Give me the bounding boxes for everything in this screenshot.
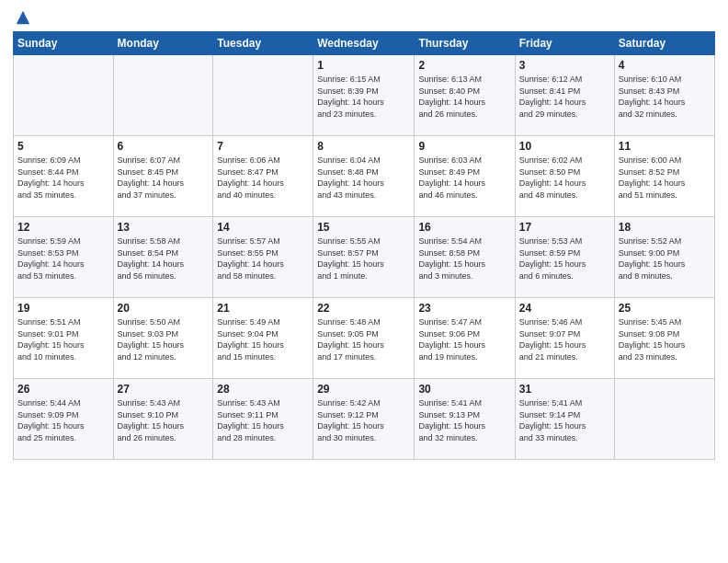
calendar-day-cell: 14Sunrise: 5:57 AM Sunset: 8:55 PM Dayli… bbox=[213, 217, 313, 298]
logo-icon bbox=[15, 9, 31, 26]
calendar-day-cell bbox=[14, 55, 114, 136]
svg-marker-0 bbox=[17, 11, 29, 24]
day-number: 5 bbox=[17, 140, 109, 153]
day-number: 9 bbox=[418, 140, 510, 153]
day-number: 18 bbox=[619, 221, 711, 234]
header-day: Tuesday bbox=[213, 32, 313, 55]
calendar-day-cell: 23Sunrise: 5:47 AM Sunset: 9:06 PM Dayli… bbox=[415, 298, 515, 379]
day-info: Sunrise: 5:57 AM Sunset: 8:55 PM Dayligh… bbox=[217, 236, 309, 282]
header-day: Saturday bbox=[614, 32, 714, 55]
header-row: SundayMondayTuesdayWednesdayThursdayFrid… bbox=[14, 32, 715, 55]
calendar-week-row: 5Sunrise: 6:09 AM Sunset: 8:44 PM Daylig… bbox=[14, 136, 715, 217]
calendar-day-cell: 1Sunrise: 6:15 AM Sunset: 8:39 PM Daylig… bbox=[313, 55, 415, 136]
day-info: Sunrise: 5:55 AM Sunset: 8:57 PM Dayligh… bbox=[317, 236, 410, 282]
day-info: Sunrise: 5:41 AM Sunset: 9:14 PM Dayligh… bbox=[519, 397, 610, 443]
day-info: Sunrise: 6:02 AM Sunset: 8:50 PM Dayligh… bbox=[519, 155, 610, 201]
calendar-day-cell: 19Sunrise: 5:51 AM Sunset: 9:01 PM Dayli… bbox=[14, 298, 114, 379]
day-info: Sunrise: 5:41 AM Sunset: 9:13 PM Dayligh… bbox=[418, 397, 510, 443]
day-info: Sunrise: 5:42 AM Sunset: 9:12 PM Dayligh… bbox=[317, 397, 410, 443]
day-number: 28 bbox=[217, 383, 309, 396]
day-number: 2 bbox=[418, 59, 510, 72]
day-info: Sunrise: 5:49 AM Sunset: 9:04 PM Dayligh… bbox=[217, 316, 309, 362]
day-number: 8 bbox=[317, 140, 410, 153]
day-info: Sunrise: 6:03 AM Sunset: 8:49 PM Dayligh… bbox=[418, 155, 510, 201]
day-info: Sunrise: 5:58 AM Sunset: 8:54 PM Dayligh… bbox=[118, 236, 210, 282]
calendar-day-cell: 9Sunrise: 6:03 AM Sunset: 8:49 PM Daylig… bbox=[415, 136, 515, 217]
day-number: 10 bbox=[519, 140, 610, 153]
calendar-day-cell: 13Sunrise: 5:58 AM Sunset: 8:54 PM Dayli… bbox=[113, 217, 213, 298]
day-info: Sunrise: 6:00 AM Sunset: 8:52 PM Dayligh… bbox=[619, 155, 711, 201]
header-day: Thursday bbox=[415, 32, 515, 55]
calendar: SundayMondayTuesdayWednesdayThursdayFrid… bbox=[13, 31, 715, 460]
calendar-day-cell: 26Sunrise: 5:44 AM Sunset: 9:09 PM Dayli… bbox=[14, 379, 114, 460]
day-number: 27 bbox=[118, 383, 210, 396]
day-number: 29 bbox=[317, 383, 410, 396]
day-info: Sunrise: 6:04 AM Sunset: 8:48 PM Dayligh… bbox=[317, 155, 410, 201]
calendar-day-cell: 28Sunrise: 5:43 AM Sunset: 9:11 PM Dayli… bbox=[213, 379, 313, 460]
day-number: 21 bbox=[217, 302, 309, 315]
calendar-day-cell bbox=[614, 379, 714, 460]
calendar-day-cell: 7Sunrise: 6:06 AM Sunset: 8:47 PM Daylig… bbox=[213, 136, 313, 217]
day-info: Sunrise: 5:44 AM Sunset: 9:09 PM Dayligh… bbox=[17, 397, 109, 443]
calendar-day-cell: 21Sunrise: 5:49 AM Sunset: 9:04 PM Dayli… bbox=[213, 298, 313, 379]
day-number: 20 bbox=[118, 302, 210, 315]
calendar-day-cell: 4Sunrise: 6:10 AM Sunset: 8:43 PM Daylig… bbox=[614, 55, 714, 136]
calendar-day-cell: 25Sunrise: 5:45 AM Sunset: 9:08 PM Dayli… bbox=[614, 298, 714, 379]
day-number: 13 bbox=[118, 221, 210, 234]
day-info: Sunrise: 5:45 AM Sunset: 9:08 PM Dayligh… bbox=[619, 316, 711, 362]
day-number: 30 bbox=[418, 383, 510, 396]
day-info: Sunrise: 5:43 AM Sunset: 9:10 PM Dayligh… bbox=[118, 397, 210, 443]
calendar-day-cell: 5Sunrise: 6:09 AM Sunset: 8:44 PM Daylig… bbox=[14, 136, 114, 217]
day-info: Sunrise: 5:51 AM Sunset: 9:01 PM Dayligh… bbox=[17, 316, 109, 362]
calendar-day-cell: 29Sunrise: 5:42 AM Sunset: 9:12 PM Dayli… bbox=[313, 379, 415, 460]
calendar-day-cell: 24Sunrise: 5:46 AM Sunset: 9:07 PM Dayli… bbox=[515, 298, 614, 379]
day-number: 31 bbox=[519, 383, 610, 396]
day-number: 16 bbox=[418, 221, 510, 234]
calendar-header: SundayMondayTuesdayWednesdayThursdayFrid… bbox=[14, 32, 715, 55]
day-info: Sunrise: 5:43 AM Sunset: 9:11 PM Dayligh… bbox=[217, 397, 309, 443]
day-info: Sunrise: 6:07 AM Sunset: 8:45 PM Dayligh… bbox=[118, 155, 210, 201]
day-info: Sunrise: 6:10 AM Sunset: 8:43 PM Dayligh… bbox=[619, 74, 711, 120]
day-info: Sunrise: 5:48 AM Sunset: 9:05 PM Dayligh… bbox=[317, 316, 410, 362]
calendar-day-cell: 11Sunrise: 6:00 AM Sunset: 8:52 PM Dayli… bbox=[614, 136, 714, 217]
calendar-day-cell: 12Sunrise: 5:59 AM Sunset: 8:53 PM Dayli… bbox=[14, 217, 114, 298]
day-number: 7 bbox=[217, 140, 309, 153]
day-number: 19 bbox=[17, 302, 109, 315]
calendar-day-cell: 22Sunrise: 5:48 AM Sunset: 9:05 PM Dayli… bbox=[313, 298, 415, 379]
day-info: Sunrise: 6:09 AM Sunset: 8:44 PM Dayligh… bbox=[17, 155, 109, 201]
day-info: Sunrise: 5:54 AM Sunset: 8:58 PM Dayligh… bbox=[418, 236, 510, 282]
day-number: 23 bbox=[418, 302, 510, 315]
calendar-day-cell bbox=[113, 55, 213, 136]
calendar-day-cell: 30Sunrise: 5:41 AM Sunset: 9:13 PM Dayli… bbox=[415, 379, 515, 460]
logo bbox=[13, 9, 31, 26]
day-info: Sunrise: 6:06 AM Sunset: 8:47 PM Dayligh… bbox=[217, 155, 309, 201]
calendar-day-cell: 10Sunrise: 6:02 AM Sunset: 8:50 PM Dayli… bbox=[515, 136, 614, 217]
page: SundayMondayTuesdayWednesdayThursdayFrid… bbox=[0, 0, 728, 563]
day-number: 11 bbox=[619, 140, 711, 153]
calendar-day-cell: 17Sunrise: 5:53 AM Sunset: 8:59 PM Dayli… bbox=[515, 217, 614, 298]
day-info: Sunrise: 6:12 AM Sunset: 8:41 PM Dayligh… bbox=[519, 74, 610, 120]
day-number: 15 bbox=[317, 221, 410, 234]
day-number: 3 bbox=[519, 59, 610, 72]
day-number: 6 bbox=[118, 140, 210, 153]
calendar-day-cell: 18Sunrise: 5:52 AM Sunset: 9:00 PM Dayli… bbox=[614, 217, 714, 298]
day-number: 24 bbox=[519, 302, 610, 315]
calendar-week-row: 19Sunrise: 5:51 AM Sunset: 9:01 PM Dayli… bbox=[14, 298, 715, 379]
day-number: 4 bbox=[619, 59, 711, 72]
calendar-day-cell: 15Sunrise: 5:55 AM Sunset: 8:57 PM Dayli… bbox=[313, 217, 415, 298]
calendar-week-row: 12Sunrise: 5:59 AM Sunset: 8:53 PM Dayli… bbox=[14, 217, 715, 298]
calendar-day-cell: 31Sunrise: 5:41 AM Sunset: 9:14 PM Dayli… bbox=[515, 379, 614, 460]
day-info: Sunrise: 5:59 AM Sunset: 8:53 PM Dayligh… bbox=[17, 236, 109, 282]
calendar-day-cell: 8Sunrise: 6:04 AM Sunset: 8:48 PM Daylig… bbox=[313, 136, 415, 217]
header bbox=[13, 9, 715, 26]
header-day: Friday bbox=[515, 32, 614, 55]
day-number: 25 bbox=[619, 302, 711, 315]
day-number: 22 bbox=[317, 302, 410, 315]
day-number: 12 bbox=[17, 221, 109, 234]
day-info: Sunrise: 5:46 AM Sunset: 9:07 PM Dayligh… bbox=[519, 316, 610, 362]
calendar-week-row: 1Sunrise: 6:15 AM Sunset: 8:39 PM Daylig… bbox=[14, 55, 715, 136]
day-info: Sunrise: 5:47 AM Sunset: 9:06 PM Dayligh… bbox=[418, 316, 510, 362]
day-number: 1 bbox=[317, 59, 410, 72]
day-number: 17 bbox=[519, 221, 610, 234]
calendar-day-cell bbox=[213, 55, 313, 136]
